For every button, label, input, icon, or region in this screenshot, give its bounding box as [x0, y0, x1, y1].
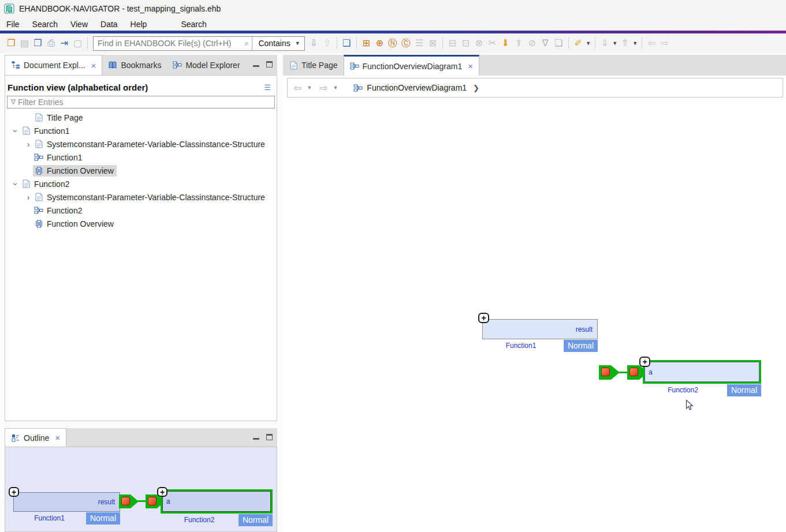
add-function-icon[interactable]: ⊞	[360, 37, 373, 50]
tree-item-structure1[interactable]: Systemconstant-Parameter-Variable-Classi…	[5, 137, 277, 151]
function1-block[interactable]: result	[482, 319, 598, 339]
status-badge: Normal	[239, 514, 273, 526]
close-icon[interactable]: ×	[55, 433, 60, 443]
function2-block[interactable]: a	[643, 360, 761, 384]
tree-item-function1-diagram[interactable]: Function1	[5, 151, 277, 164]
tree-item-function-overview-2[interactable]: Function Overview	[5, 217, 277, 230]
prev-annotation-icon[interactable]: ⇑	[619, 37, 632, 50]
tab-function-overview-diagram1[interactable]: FunctionOverviewDiagram1 ×	[344, 55, 480, 76]
filter-icon[interactable]: ∇	[539, 37, 552, 50]
menu-search[interactable]: Search	[26, 18, 64, 30]
expand-plus-button[interactable]: +	[478, 313, 489, 323]
search-prev-icon[interactable]: ⇧	[321, 37, 334, 50]
open-file-icon[interactable]: ❒	[5, 37, 18, 50]
tab-bookmarks[interactable]: Bookmarks	[102, 55, 167, 75]
forward-icon[interactable]: ⇨	[658, 37, 672, 50]
view-menu-icon[interactable]: ☰	[264, 83, 271, 92]
function1-block-mini[interactable]: result	[13, 492, 120, 512]
export-icon[interactable]: ⇥	[58, 37, 71, 50]
import-data-icon[interactable]: ⬇	[499, 37, 512, 50]
collapse-diagram-icon[interactable]: ⊟	[446, 37, 459, 50]
clear-table-icon[interactable]: ⊠	[426, 37, 439, 50]
minimize-icon[interactable]	[253, 62, 259, 67]
function2-block-mini[interactable]: a	[161, 489, 273, 514]
signal-connection-line	[137, 500, 147, 502]
port-marker[interactable]	[629, 368, 638, 376]
tab-model-explorer[interactable]: Model Explorer	[167, 55, 245, 75]
next-annotation-icon[interactable]: ⇓	[598, 37, 612, 50]
diagram-icon	[350, 62, 359, 70]
pdf-export-icon[interactable]: ▢	[71, 37, 84, 50]
upload-data-icon[interactable]: ⬆	[512, 37, 526, 50]
editor-tab-strip: Title Page FunctionOverviewDiagram1 ×	[283, 55, 786, 76]
save-icon[interactable]: ▤	[18, 37, 31, 50]
open-handbook-icon[interactable]: ❐	[31, 37, 44, 50]
tree-item-title-page[interactable]: Title Page	[5, 111, 277, 124]
chevron-down-icon[interactable]	[11, 126, 20, 136]
menu-file[interactable]: File	[0, 18, 26, 30]
outline-content[interactable]: result + Function1 Normal a + Function2 …	[5, 447, 277, 532]
tree-item-function2-diagram[interactable]: Function2	[5, 204, 277, 217]
close-icon[interactable]: ×	[91, 61, 96, 70]
port-marker[interactable]	[601, 368, 610, 376]
filter-input[interactable]	[18, 98, 274, 107]
menu-search-secondary[interactable]: Search	[174, 18, 213, 30]
properties-view-icon[interactable]: ❑	[340, 37, 353, 50]
output-port-connector[interactable]	[119, 494, 139, 508]
output-port-connector[interactable]	[599, 365, 620, 380]
tree-item-structure2[interactable]: Systemconstant-Parameter-Variable-Classi…	[5, 190, 277, 204]
tab-title-page[interactable]: Title Page	[283, 55, 344, 76]
new-comment-icon[interactable]: Ⓒ	[400, 37, 413, 50]
chevron-right-icon[interactable]	[24, 140, 33, 149]
export-diagram-icon[interactable]: ⊘	[526, 37, 539, 50]
maximize-icon[interactable]	[266, 434, 273, 440]
editor-panel: Title Page FunctionOverviewDiagram1 × ⇦ …	[283, 55, 786, 532]
expand-plus-button[interactable]: +	[639, 357, 650, 367]
tab-outline[interactable]: Outline ×	[5, 428, 66, 447]
annotate-diagram-icon[interactable]: ⊡	[459, 37, 472, 50]
search-mode-dropdown[interactable]: Contains ▼	[252, 39, 304, 48]
chevron-down-icon[interactable]: ▼	[307, 85, 312, 91]
search-input[interactable]	[94, 38, 241, 50]
list-view-icon[interactable]: ☰	[413, 37, 426, 50]
tree-item-function-overview-1[interactable]: Function Overview	[5, 164, 277, 177]
minimize-icon[interactable]	[253, 435, 259, 440]
chevron-down-icon[interactable]: ▼	[612, 40, 619, 46]
diagram-canvas[interactable]: result + Function1 Normal a + Function2	[284, 98, 785, 531]
chevron-down-icon[interactable]	[11, 179, 20, 189]
back-icon[interactable]: ⇦	[293, 82, 301, 94]
maximize-icon[interactable]	[266, 61, 273, 68]
close-icon[interactable]: ×	[468, 61, 473, 71]
chevron-down-icon[interactable]: ▼	[585, 40, 592, 46]
menu-view[interactable]: View	[64, 18, 94, 30]
tab-document-explorer[interactable]: Document Expl... ×	[5, 55, 102, 75]
back-icon[interactable]: ⇦	[645, 37, 658, 50]
expand-plus-button[interactable]: +	[9, 487, 19, 497]
search-next-icon[interactable]: ⇩	[307, 37, 321, 50]
chevron-right-icon[interactable]	[24, 193, 33, 202]
tab-label: Model Explorer	[185, 61, 240, 70]
highlighter-icon[interactable]: ✐	[572, 37, 585, 50]
duplicate-window-icon[interactable]: ❏	[552, 37, 565, 50]
chevron-right-icon[interactable]: ❯	[473, 84, 479, 92]
chevron-down-icon[interactable]: ▼	[632, 40, 639, 46]
tree-item-function2[interactable]: Function2	[5, 177, 277, 190]
forward-icon[interactable]: ⇨	[319, 82, 327, 94]
menu-data[interactable]: Data	[94, 18, 124, 30]
breadcrumb-item[interactable]: FunctionOverviewDiagram1	[367, 83, 467, 92]
explorer-content: Function view (alphabetical order) ☰ ∇ T…	[5, 76, 277, 421]
cut-icon[interactable]: ✂	[486, 37, 499, 50]
tab-label: Bookmarks	[121, 61, 161, 70]
new-note-icon[interactable]: Ⓝ	[386, 37, 400, 50]
port-label-result[interactable]: result	[576, 325, 593, 334]
expand-plus-button[interactable]: +	[157, 487, 167, 497]
chevron-down-icon[interactable]: ▼	[333, 85, 338, 91]
tree-item-function1[interactable]: Function1	[5, 124, 277, 137]
mouse-cursor	[686, 399, 694, 414]
print-icon[interactable]: ⎙	[44, 37, 58, 50]
port-label-a[interactable]: a	[649, 368, 653, 376]
remove-diagram-icon[interactable]: ⊗	[472, 37, 486, 50]
add-folder-icon[interactable]: ⊕	[373, 37, 386, 50]
document-icon	[34, 193, 43, 201]
menu-help[interactable]: Help	[124, 18, 154, 30]
